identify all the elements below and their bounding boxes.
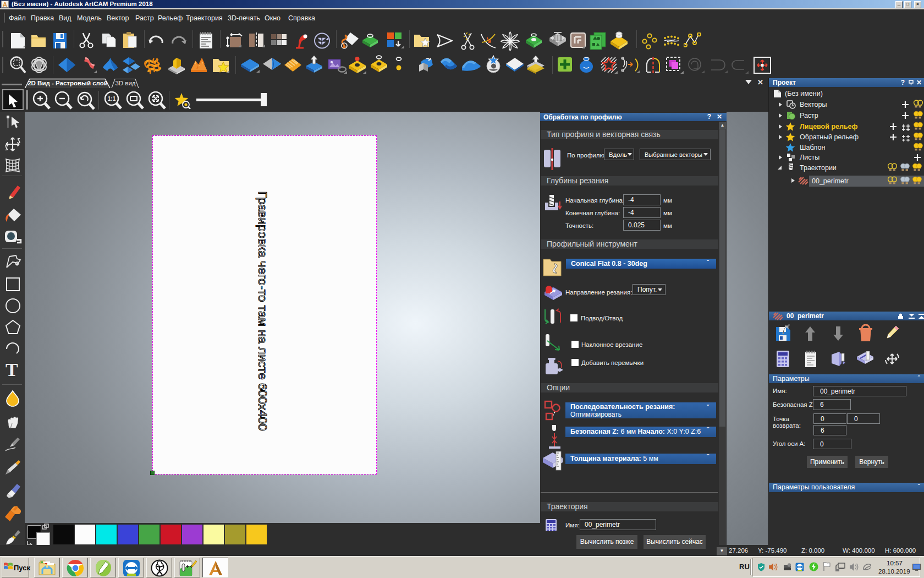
svg-text:1:1: 1:1 xyxy=(108,96,116,102)
